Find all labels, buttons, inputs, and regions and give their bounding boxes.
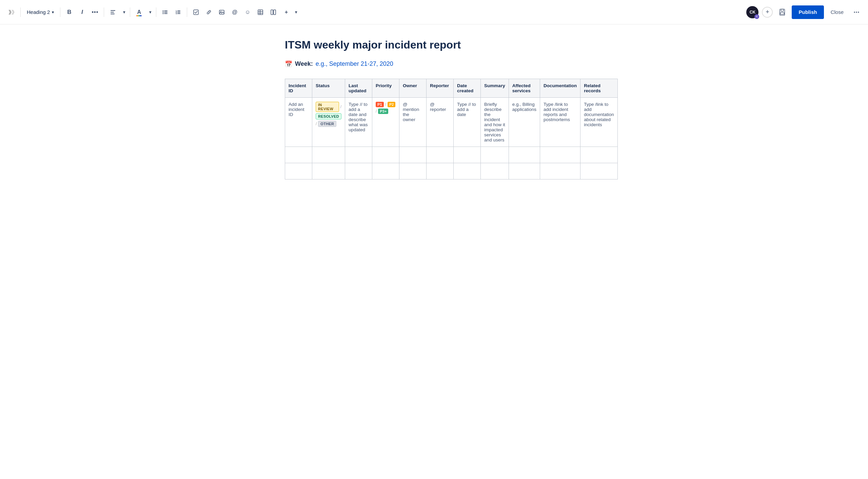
cell-documentation[interactable]: Type /link to add incident reports and p… bbox=[540, 97, 580, 147]
status-row-1: IN REVIEW / bbox=[316, 102, 341, 112]
emoji-button[interactable]: ☺ bbox=[241, 6, 254, 18]
priority-row-2: / P3+ bbox=[376, 109, 396, 114]
save-button[interactable] bbox=[776, 6, 788, 18]
incident-table: Incident ID Status Last updated Priority… bbox=[285, 79, 618, 179]
table-body: Add an incident ID IN REVIEW / RESOLVED … bbox=[285, 97, 618, 179]
empty-cell[interactable] bbox=[540, 163, 580, 179]
cell-affected-services[interactable]: e.g., Billing applications bbox=[509, 97, 540, 147]
svg-rect-7 bbox=[164, 12, 167, 13]
empty-cell[interactable] bbox=[580, 163, 618, 179]
th-incident-id: Incident ID bbox=[285, 79, 312, 97]
svg-point-29 bbox=[856, 12, 857, 13]
svg-rect-1 bbox=[111, 10, 115, 11]
insert-chevron[interactable]: ▾ bbox=[293, 6, 299, 18]
toolbar-right: CK C + Publish Close bbox=[746, 5, 863, 19]
cell-owner[interactable]: @ mention the owner bbox=[399, 97, 427, 147]
week-value[interactable]: e.g., September 21-27, 2020 bbox=[316, 60, 393, 68]
empty-cell[interactable] bbox=[372, 147, 399, 163]
empty-cell[interactable] bbox=[540, 147, 580, 163]
empty-cell[interactable] bbox=[580, 147, 618, 163]
more-format-button[interactable]: ••• bbox=[89, 6, 101, 18]
empty-cell[interactable] bbox=[509, 147, 540, 163]
text-color-chevron[interactable]: ▾ bbox=[147, 6, 153, 18]
svg-rect-27 bbox=[781, 12, 784, 14]
add-collaborator-button[interactable]: + bbox=[762, 7, 773, 18]
cell-summary[interactable]: Briefly describe the incident and how it… bbox=[481, 97, 509, 147]
divider-2 bbox=[60, 7, 60, 17]
th-priority: Priority bbox=[372, 79, 399, 97]
link-button[interactable] bbox=[203, 6, 215, 18]
header-row: Incident ID Status Last updated Priority… bbox=[285, 79, 618, 97]
empty-cell[interactable] bbox=[454, 147, 481, 163]
resolved-badge: RESOLVED bbox=[316, 113, 341, 119]
publish-button[interactable]: Publish bbox=[792, 5, 824, 19]
image-button[interactable] bbox=[216, 6, 228, 18]
bold-button[interactable]: B bbox=[63, 6, 75, 18]
empty-cell[interactable] bbox=[427, 147, 454, 163]
svg-rect-16 bbox=[194, 10, 198, 15]
toolbar-left: Heading 2 ▾ B I ••• ▾ A ▾ bbox=[5, 6, 744, 18]
th-documentation: Documentation bbox=[540, 79, 580, 97]
more-options-button[interactable] bbox=[850, 6, 863, 18]
chevron-down-icon: ▾ bbox=[52, 10, 54, 15]
cell-incident-id[interactable]: Add an incident ID bbox=[285, 97, 312, 147]
empty-cell[interactable] bbox=[345, 147, 372, 163]
priority-row-1: P1 / P2 bbox=[376, 102, 396, 107]
heading-dropdown[interactable]: Heading 2 ▾ bbox=[23, 7, 57, 17]
week-label: Week: bbox=[295, 60, 313, 68]
align-chevron-button[interactable]: ▾ bbox=[121, 6, 127, 18]
align-button[interactable] bbox=[107, 6, 119, 18]
layout-button[interactable] bbox=[267, 6, 279, 18]
other-badge: OTHER bbox=[318, 121, 336, 127]
cell-date-created[interactable]: Type // to add a date bbox=[454, 97, 481, 147]
table-row bbox=[285, 147, 618, 163]
empty-cell[interactable] bbox=[399, 147, 427, 163]
calendar-emoji: 📅 bbox=[285, 60, 292, 68]
italic-button[interactable]: I bbox=[76, 6, 88, 18]
empty-cell[interactable] bbox=[399, 163, 427, 179]
divider-4 bbox=[130, 7, 130, 17]
in-review-badge: IN REVIEW bbox=[316, 102, 339, 112]
empty-cell[interactable] bbox=[312, 147, 345, 163]
p2-badge: P2 bbox=[388, 102, 395, 107]
p1-badge: P1 bbox=[376, 102, 383, 107]
close-button[interactable]: Close bbox=[827, 6, 847, 18]
insert-group: @ ☺ + ▾ bbox=[190, 6, 299, 18]
week-line: 📅 Week: e.g., September 21-27, 2020 bbox=[285, 60, 583, 68]
numbered-list-button[interactable]: 1. 2. 3. bbox=[172, 6, 184, 18]
doc-title[interactable]: ITSM weekly major incident report bbox=[285, 38, 583, 52]
text-color-button[interactable]: A bbox=[133, 6, 145, 18]
empty-cell[interactable] bbox=[427, 163, 454, 179]
cell-related-records[interactable]: Type /link to add documentation about re… bbox=[580, 97, 618, 147]
empty-cell[interactable] bbox=[454, 163, 481, 179]
divider-1 bbox=[20, 7, 21, 17]
logo-icon[interactable] bbox=[5, 6, 18, 18]
svg-rect-24 bbox=[274, 10, 276, 15]
empty-cell[interactable] bbox=[285, 163, 312, 179]
svg-rect-23 bbox=[271, 10, 273, 15]
empty-cell[interactable] bbox=[509, 163, 540, 179]
insert-more-button[interactable]: + bbox=[280, 6, 292, 18]
svg-rect-11 bbox=[177, 11, 180, 11]
th-owner: Owner bbox=[399, 79, 427, 97]
empty-cell[interactable] bbox=[481, 147, 509, 163]
bullet-list-button[interactable] bbox=[159, 6, 171, 18]
table-header: Incident ID Status Last updated Priority… bbox=[285, 79, 618, 97]
th-related-records: Related records bbox=[580, 79, 618, 97]
table-button[interactable] bbox=[254, 6, 267, 18]
cell-reporter[interactable]: @ reporter bbox=[427, 97, 454, 147]
empty-cell[interactable] bbox=[372, 163, 399, 179]
empty-cell[interactable] bbox=[481, 163, 509, 179]
table-row bbox=[285, 163, 618, 179]
task-button[interactable] bbox=[190, 6, 202, 18]
empty-cell[interactable] bbox=[285, 147, 312, 163]
empty-cell[interactable] bbox=[345, 163, 372, 179]
empty-cell[interactable] bbox=[312, 163, 345, 179]
mention-button[interactable]: @ bbox=[229, 6, 241, 18]
cell-last-updated[interactable]: Type // to add a date and describe what … bbox=[345, 97, 372, 147]
cell-priority[interactable]: P1 / P2 / P3+ bbox=[372, 97, 399, 147]
svg-rect-5 bbox=[164, 11, 167, 11]
cell-status[interactable]: IN REVIEW / RESOLVED / OTHER bbox=[312, 97, 345, 147]
svg-point-6 bbox=[163, 12, 164, 13]
p3-badge: P3+ bbox=[378, 109, 388, 114]
